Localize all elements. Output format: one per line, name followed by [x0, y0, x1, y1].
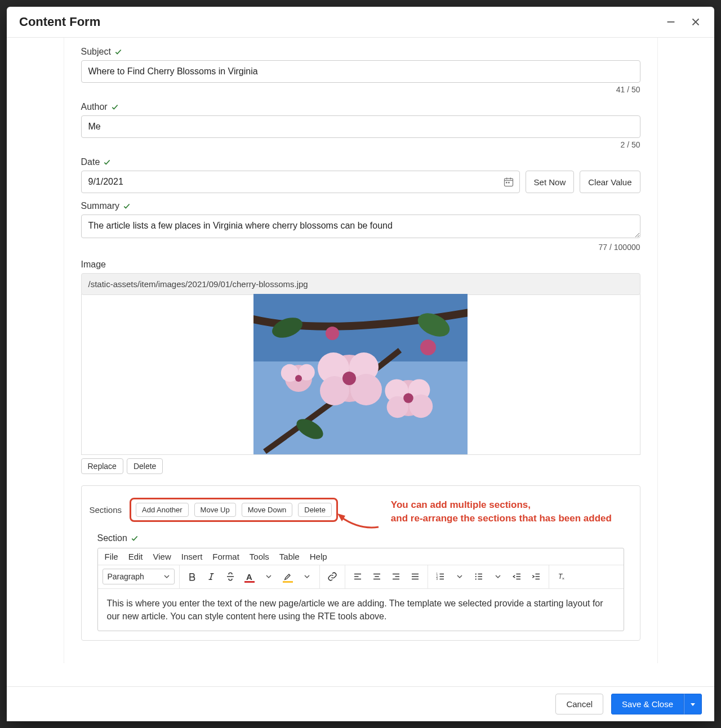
- section-buttons-highlighted: Add Another Move Up Move Down Delete: [130, 498, 338, 522]
- svg-rect-8: [508, 182, 510, 184]
- summary-label: Summary: [81, 201, 119, 211]
- date-label: Date: [81, 157, 100, 167]
- highlight-color-icon[interactable]: [280, 569, 296, 584]
- svg-point-25: [403, 393, 413, 403]
- numbered-list-dropdown[interactable]: [452, 569, 468, 584]
- image-delete-button[interactable]: Delete: [127, 458, 163, 474]
- bold-icon[interactable]: [184, 569, 200, 584]
- bullet-list-icon[interactable]: [471, 569, 487, 584]
- content-form-modal: Content Form Subject 41 / 50 Author: [7, 7, 714, 721]
- minimize-icon[interactable]: [665, 16, 677, 28]
- cancel-button[interactable]: Cancel: [555, 694, 603, 714]
- svg-point-58: [475, 573, 476, 574]
- modal-footer: Cancel Save & Close: [7, 686, 714, 721]
- svg-rect-7: [506, 182, 508, 184]
- author-counter: 2 / 50: [81, 140, 640, 149]
- bullet-list-dropdown[interactable]: [490, 569, 506, 584]
- image-label: Image: [81, 260, 106, 270]
- block-style-label: Paragraph: [108, 572, 144, 581]
- subject-label: Subject: [81, 47, 111, 57]
- svg-marker-32: [337, 513, 345, 521]
- rte-menu-help[interactable]: Help: [310, 552, 327, 561]
- numbered-list-icon[interactable]: 123: [433, 569, 448, 584]
- set-now-button[interactable]: Set Now: [526, 171, 575, 193]
- section-delete-button[interactable]: Delete: [298, 503, 332, 517]
- svg-point-31: [326, 327, 339, 340]
- check-icon: [111, 103, 119, 111]
- rte-menu-edit[interactable]: Edit: [128, 552, 143, 561]
- align-left-icon[interactable]: [350, 569, 366, 584]
- rte-toolbar: Paragraph A: [98, 565, 624, 589]
- add-another-button[interactable]: Add Another: [136, 503, 189, 517]
- check-icon: [103, 158, 111, 166]
- align-right-icon[interactable]: [388, 569, 404, 584]
- rte-menubar: File Edit View Insert Format Tools Table…: [98, 548, 624, 565]
- section-label: Section: [97, 533, 127, 543]
- rte-menu-tools[interactable]: Tools: [250, 552, 269, 561]
- summary-counter: 77 / 100000: [81, 243, 640, 252]
- rte-menu-table[interactable]: Table: [279, 552, 300, 561]
- strikethrough-icon[interactable]: [222, 569, 238, 584]
- block-style-select[interactable]: Paragraph: [103, 569, 175, 584]
- svg-point-19: [342, 372, 356, 385]
- rte-menu-format[interactable]: Format: [212, 552, 239, 561]
- clear-value-button[interactable]: Clear Value: [580, 171, 640, 193]
- svg-point-30: [420, 340, 436, 355]
- modal-header: Content Form: [7, 7, 714, 38]
- rte-menu-file[interactable]: File: [105, 552, 118, 561]
- image-preview-box: [81, 294, 640, 455]
- annotation-text: You can add multiple sections, and re-ar…: [391, 498, 612, 525]
- summary-input[interactable]: The article lists a few places in Virgin…: [81, 215, 640, 238]
- subject-input[interactable]: [81, 60, 640, 83]
- annotation-arrow-icon: [336, 510, 381, 533]
- image-path: /static-assets/item/images/2021/09/01/ch…: [81, 273, 640, 295]
- modal-body: Subject 41 / 50 Author 2 / 50 Date: [7, 38, 714, 686]
- cherry-blossoms-image: [253, 294, 468, 454]
- summary-field: Summary The article lists a few places i…: [81, 201, 640, 252]
- date-input[interactable]: [81, 171, 520, 193]
- annotation-line1: You can add multiple sections,: [391, 498, 612, 512]
- indent-icon[interactable]: [528, 569, 544, 584]
- author-field: Author 2 / 50: [81, 102, 640, 149]
- save-dropdown-button[interactable]: [684, 694, 702, 714]
- check-icon: [123, 202, 131, 210]
- author-input[interactable]: [81, 115, 640, 138]
- move-down-button[interactable]: Move Down: [242, 503, 293, 517]
- svg-line-35: [210, 574, 212, 580]
- outdent-icon[interactable]: [509, 569, 525, 584]
- svg-point-60: [475, 578, 476, 579]
- rte-menu-view[interactable]: View: [153, 552, 171, 561]
- calendar-icon[interactable]: [503, 176, 514, 187]
- highlight-color-dropdown[interactable]: [299, 569, 315, 584]
- caret-down-icon: [690, 702, 696, 707]
- save-button-group: Save & Close: [611, 694, 702, 714]
- subject-field: Subject 41 / 50: [81, 47, 640, 94]
- check-icon: [114, 48, 122, 56]
- modal-title: Content Form: [19, 15, 100, 29]
- link-icon[interactable]: [324, 569, 340, 584]
- text-color-icon[interactable]: A: [242, 569, 257, 584]
- svg-point-29: [295, 375, 302, 382]
- svg-point-59: [475, 576, 476, 577]
- save-close-button[interactable]: Save & Close: [611, 694, 684, 714]
- rte-content[interactable]: This is where you enter the text of the …: [98, 589, 624, 631]
- clear-formatting-icon[interactable]: T×: [554, 569, 569, 584]
- align-center-icon[interactable]: [369, 569, 385, 584]
- svg-marker-69: [691, 703, 695, 706]
- annotation-line2: and re-arrange the sections that has bee…: [391, 512, 612, 525]
- italic-icon[interactable]: [203, 569, 219, 584]
- sections-group: Sections Add Another Move Up Move Down D…: [81, 485, 640, 641]
- image-preview: [253, 294, 468, 454]
- sections-group-label: Sections: [90, 505, 122, 515]
- date-field: Date Set Now Cl: [81, 157, 640, 193]
- align-justify-icon[interactable]: [407, 569, 423, 584]
- rte-editor: File Edit View Insert Format Tools Table…: [97, 548, 624, 631]
- image-field: Image /static-assets/item/images/2021/09…: [81, 260, 640, 474]
- svg-text:×: ×: [562, 576, 564, 581]
- close-icon[interactable]: [689, 16, 702, 28]
- rte-menu-insert[interactable]: Insert: [181, 552, 203, 561]
- svg-text:3: 3: [436, 578, 438, 580]
- image-replace-button[interactable]: Replace: [81, 458, 123, 474]
- move-up-button[interactable]: Move Up: [194, 503, 236, 517]
- text-color-dropdown[interactable]: [261, 569, 277, 584]
